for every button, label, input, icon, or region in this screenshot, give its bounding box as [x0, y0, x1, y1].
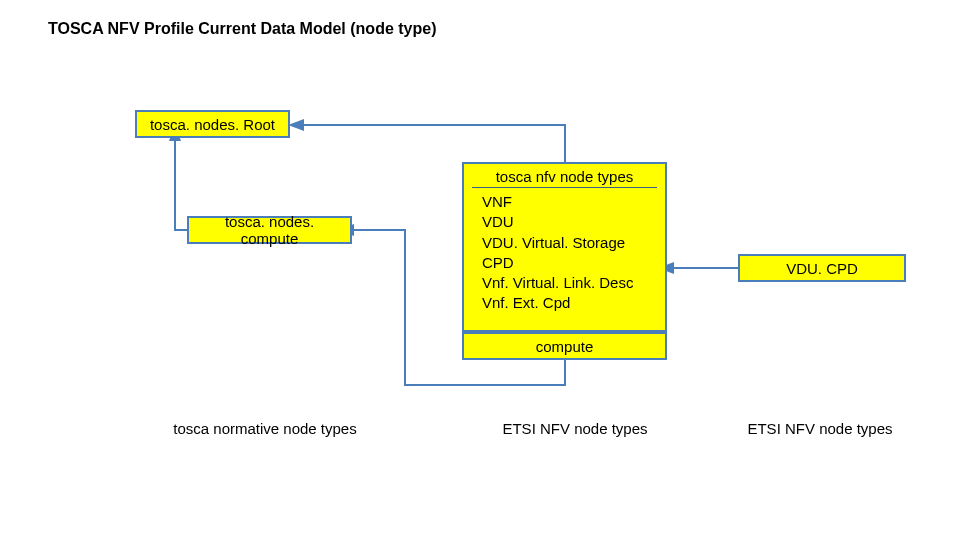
nfv-compute-tag-label: compute	[536, 338, 594, 355]
nfv-item: VDU	[482, 212, 653, 232]
nfv-item: Vnf. Ext. Cpd	[482, 293, 653, 313]
nfv-node-types-group: tosca nfv node types VNF VDU VDU. Virtua…	[462, 162, 667, 332]
nfv-compute-tag: compute	[462, 332, 667, 360]
nfv-item: VDU. Virtual. Storage	[482, 233, 653, 253]
nfv-item: VNF	[482, 192, 653, 212]
caption-left: tosca normative node types	[160, 420, 370, 437]
nfv-item: Vnf. Virtual. Link. Desc	[482, 273, 653, 293]
nfv-group-separator	[472, 187, 657, 188]
node-compute-label: tosca. nodes. compute	[195, 213, 344, 247]
node-root: tosca. nodes. Root	[135, 110, 290, 138]
nfv-group-header: tosca nfv node types	[464, 164, 665, 187]
node-compute: tosca. nodes. compute	[187, 216, 352, 244]
caption-mid: ETSI NFV node types	[495, 420, 655, 437]
node-root-label: tosca. nodes. Root	[150, 116, 275, 133]
page-title: TOSCA NFV Profile Current Data Model (no…	[48, 20, 436, 38]
nfv-group-items: VNF VDU VDU. Virtual. Storage CPD Vnf. V…	[464, 192, 665, 320]
nfv-item: CPD	[482, 253, 653, 273]
caption-right: ETSI NFV node types	[740, 420, 900, 437]
node-vdu-cpd: VDU. CPD	[738, 254, 906, 282]
node-vdu-cpd-label: VDU. CPD	[786, 260, 858, 277]
